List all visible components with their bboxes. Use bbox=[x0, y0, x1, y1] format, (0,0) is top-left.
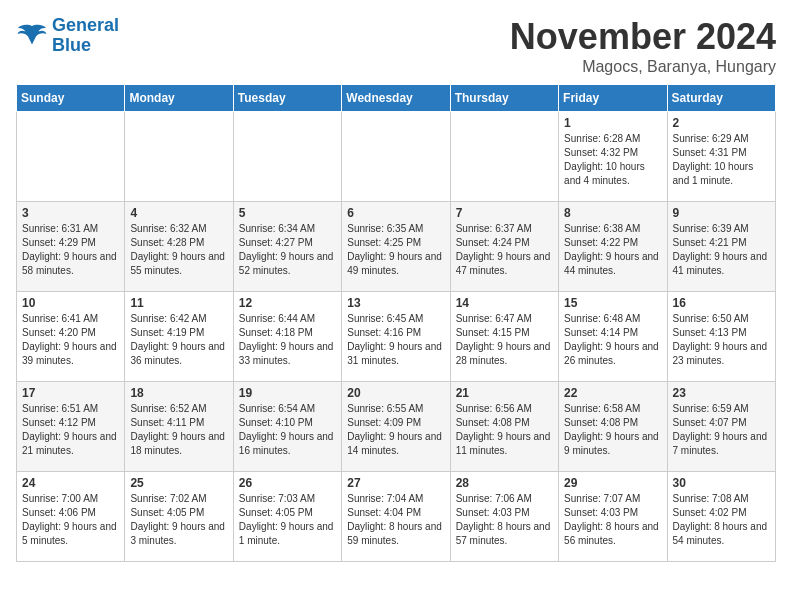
day-number: 25 bbox=[130, 476, 227, 490]
calendar-cell: 18Sunrise: 6:52 AM Sunset: 4:11 PM Dayli… bbox=[125, 382, 233, 472]
day-info: Sunrise: 6:31 AM Sunset: 4:29 PM Dayligh… bbox=[22, 222, 119, 278]
day-info: Sunrise: 6:38 AM Sunset: 4:22 PM Dayligh… bbox=[564, 222, 661, 278]
day-number: 1 bbox=[564, 116, 661, 130]
day-number: 20 bbox=[347, 386, 444, 400]
calendar-cell: 4Sunrise: 6:32 AM Sunset: 4:28 PM Daylig… bbox=[125, 202, 233, 292]
day-number: 3 bbox=[22, 206, 119, 220]
calendar-cell: 8Sunrise: 6:38 AM Sunset: 4:22 PM Daylig… bbox=[559, 202, 667, 292]
day-number: 12 bbox=[239, 296, 336, 310]
day-number: 26 bbox=[239, 476, 336, 490]
calendar-week-row: 1Sunrise: 6:28 AM Sunset: 4:32 PM Daylig… bbox=[17, 112, 776, 202]
calendar-cell: 10Sunrise: 6:41 AM Sunset: 4:20 PM Dayli… bbox=[17, 292, 125, 382]
calendar-cell: 19Sunrise: 6:54 AM Sunset: 4:10 PM Dayli… bbox=[233, 382, 341, 472]
calendar-cell bbox=[342, 112, 450, 202]
calendar-cell: 30Sunrise: 7:08 AM Sunset: 4:02 PM Dayli… bbox=[667, 472, 775, 562]
calendar-cell: 16Sunrise: 6:50 AM Sunset: 4:13 PM Dayli… bbox=[667, 292, 775, 382]
day-info: Sunrise: 6:39 AM Sunset: 4:21 PM Dayligh… bbox=[673, 222, 770, 278]
day-number: 18 bbox=[130, 386, 227, 400]
month-title: November 2024 bbox=[510, 16, 776, 58]
calendar-week-row: 10Sunrise: 6:41 AM Sunset: 4:20 PM Dayli… bbox=[17, 292, 776, 382]
day-number: 22 bbox=[564, 386, 661, 400]
day-info: Sunrise: 7:02 AM Sunset: 4:05 PM Dayligh… bbox=[130, 492, 227, 548]
day-info: Sunrise: 7:04 AM Sunset: 4:04 PM Dayligh… bbox=[347, 492, 444, 548]
calendar-cell: 11Sunrise: 6:42 AM Sunset: 4:19 PM Dayli… bbox=[125, 292, 233, 382]
logo-text: General Blue bbox=[52, 16, 119, 56]
calendar-cell bbox=[450, 112, 558, 202]
day-number: 15 bbox=[564, 296, 661, 310]
calendar-header-sunday: Sunday bbox=[17, 85, 125, 112]
day-info: Sunrise: 6:42 AM Sunset: 4:19 PM Dayligh… bbox=[130, 312, 227, 368]
calendar-cell: 3Sunrise: 6:31 AM Sunset: 4:29 PM Daylig… bbox=[17, 202, 125, 292]
calendar-cell: 17Sunrise: 6:51 AM Sunset: 4:12 PM Dayli… bbox=[17, 382, 125, 472]
day-info: Sunrise: 6:45 AM Sunset: 4:16 PM Dayligh… bbox=[347, 312, 444, 368]
day-info: Sunrise: 6:59 AM Sunset: 4:07 PM Dayligh… bbox=[673, 402, 770, 458]
calendar-table: SundayMondayTuesdayWednesdayThursdayFrid… bbox=[16, 84, 776, 562]
calendar-cell: 14Sunrise: 6:47 AM Sunset: 4:15 PM Dayli… bbox=[450, 292, 558, 382]
day-number: 7 bbox=[456, 206, 553, 220]
calendar-header-thursday: Thursday bbox=[450, 85, 558, 112]
day-info: Sunrise: 6:48 AM Sunset: 4:14 PM Dayligh… bbox=[564, 312, 661, 368]
day-info: Sunrise: 6:34 AM Sunset: 4:27 PM Dayligh… bbox=[239, 222, 336, 278]
day-number: 19 bbox=[239, 386, 336, 400]
calendar-cell: 26Sunrise: 7:03 AM Sunset: 4:05 PM Dayli… bbox=[233, 472, 341, 562]
day-number: 5 bbox=[239, 206, 336, 220]
day-info: Sunrise: 6:56 AM Sunset: 4:08 PM Dayligh… bbox=[456, 402, 553, 458]
day-info: Sunrise: 6:47 AM Sunset: 4:15 PM Dayligh… bbox=[456, 312, 553, 368]
calendar-cell: 13Sunrise: 6:45 AM Sunset: 4:16 PM Dayli… bbox=[342, 292, 450, 382]
day-info: Sunrise: 6:44 AM Sunset: 4:18 PM Dayligh… bbox=[239, 312, 336, 368]
day-info: Sunrise: 6:41 AM Sunset: 4:20 PM Dayligh… bbox=[22, 312, 119, 368]
calendar-cell: 24Sunrise: 7:00 AM Sunset: 4:06 PM Dayli… bbox=[17, 472, 125, 562]
calendar-cell: 12Sunrise: 6:44 AM Sunset: 4:18 PM Dayli… bbox=[233, 292, 341, 382]
calendar-header-wednesday: Wednesday bbox=[342, 85, 450, 112]
calendar-header-friday: Friday bbox=[559, 85, 667, 112]
day-info: Sunrise: 7:07 AM Sunset: 4:03 PM Dayligh… bbox=[564, 492, 661, 548]
day-number: 10 bbox=[22, 296, 119, 310]
day-info: Sunrise: 6:55 AM Sunset: 4:09 PM Dayligh… bbox=[347, 402, 444, 458]
day-info: Sunrise: 7:03 AM Sunset: 4:05 PM Dayligh… bbox=[239, 492, 336, 548]
calendar-cell: 7Sunrise: 6:37 AM Sunset: 4:24 PM Daylig… bbox=[450, 202, 558, 292]
calendar-cell bbox=[125, 112, 233, 202]
calendar-cell: 22Sunrise: 6:58 AM Sunset: 4:08 PM Dayli… bbox=[559, 382, 667, 472]
logo-line2: Blue bbox=[52, 35, 91, 55]
calendar-week-row: 17Sunrise: 6:51 AM Sunset: 4:12 PM Dayli… bbox=[17, 382, 776, 472]
day-info: Sunrise: 6:28 AM Sunset: 4:32 PM Dayligh… bbox=[564, 132, 661, 188]
day-number: 9 bbox=[673, 206, 770, 220]
day-number: 8 bbox=[564, 206, 661, 220]
calendar-cell bbox=[17, 112, 125, 202]
calendar-cell: 2Sunrise: 6:29 AM Sunset: 4:31 PM Daylig… bbox=[667, 112, 775, 202]
day-info: Sunrise: 7:06 AM Sunset: 4:03 PM Dayligh… bbox=[456, 492, 553, 548]
calendar-cell: 29Sunrise: 7:07 AM Sunset: 4:03 PM Dayli… bbox=[559, 472, 667, 562]
calendar-cell: 9Sunrise: 6:39 AM Sunset: 4:21 PM Daylig… bbox=[667, 202, 775, 292]
day-info: Sunrise: 6:51 AM Sunset: 4:12 PM Dayligh… bbox=[22, 402, 119, 458]
calendar-cell: 21Sunrise: 6:56 AM Sunset: 4:08 PM Dayli… bbox=[450, 382, 558, 472]
day-number: 17 bbox=[22, 386, 119, 400]
day-number: 23 bbox=[673, 386, 770, 400]
calendar-cell: 23Sunrise: 6:59 AM Sunset: 4:07 PM Dayli… bbox=[667, 382, 775, 472]
day-number: 4 bbox=[130, 206, 227, 220]
day-info: Sunrise: 6:32 AM Sunset: 4:28 PM Dayligh… bbox=[130, 222, 227, 278]
day-number: 29 bbox=[564, 476, 661, 490]
calendar-cell: 28Sunrise: 7:06 AM Sunset: 4:03 PM Dayli… bbox=[450, 472, 558, 562]
logo: General Blue bbox=[16, 16, 119, 56]
day-number: 14 bbox=[456, 296, 553, 310]
calendar-header-row: SundayMondayTuesdayWednesdayThursdayFrid… bbox=[17, 85, 776, 112]
day-number: 21 bbox=[456, 386, 553, 400]
day-number: 30 bbox=[673, 476, 770, 490]
calendar-cell: 25Sunrise: 7:02 AM Sunset: 4:05 PM Dayli… bbox=[125, 472, 233, 562]
day-info: Sunrise: 7:08 AM Sunset: 4:02 PM Dayligh… bbox=[673, 492, 770, 548]
day-info: Sunrise: 6:29 AM Sunset: 4:31 PM Dayligh… bbox=[673, 132, 770, 188]
calendar-header-saturday: Saturday bbox=[667, 85, 775, 112]
day-number: 13 bbox=[347, 296, 444, 310]
calendar-week-row: 3Sunrise: 6:31 AM Sunset: 4:29 PM Daylig… bbox=[17, 202, 776, 292]
calendar-header-tuesday: Tuesday bbox=[233, 85, 341, 112]
calendar-cell: 15Sunrise: 6:48 AM Sunset: 4:14 PM Dayli… bbox=[559, 292, 667, 382]
calendar-week-row: 24Sunrise: 7:00 AM Sunset: 4:06 PM Dayli… bbox=[17, 472, 776, 562]
title-area: November 2024 Magocs, Baranya, Hungary bbox=[510, 16, 776, 76]
logo-line1: General bbox=[52, 15, 119, 35]
day-number: 6 bbox=[347, 206, 444, 220]
day-info: Sunrise: 6:35 AM Sunset: 4:25 PM Dayligh… bbox=[347, 222, 444, 278]
day-info: Sunrise: 7:00 AM Sunset: 4:06 PM Dayligh… bbox=[22, 492, 119, 548]
calendar-cell: 5Sunrise: 6:34 AM Sunset: 4:27 PM Daylig… bbox=[233, 202, 341, 292]
day-info: Sunrise: 6:54 AM Sunset: 4:10 PM Dayligh… bbox=[239, 402, 336, 458]
location-subtitle: Magocs, Baranya, Hungary bbox=[510, 58, 776, 76]
